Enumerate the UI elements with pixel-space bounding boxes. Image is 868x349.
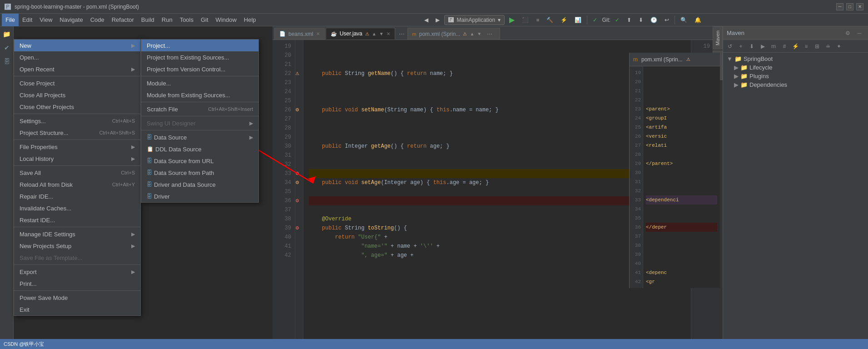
toolbar-git-check[interactable]: ✓	[590, 14, 600, 26]
menu-item-new[interactable]: New ▶	[14, 40, 140, 51]
menu-tools[interactable]: Tools	[176, 14, 197, 26]
menu-file[interactable]: File	[2, 14, 19, 26]
toolbar-git-check2[interactable]: ✓	[612, 14, 622, 26]
menu-item-settings[interactable]: Settings... Ctrl+Alt+S	[14, 115, 140, 127]
menu-item-export[interactable]: Export ▶	[14, 266, 140, 278]
tab-more-pom[interactable]: ⋯	[484, 28, 495, 40]
maven-hash-button[interactable]: #	[779, 41, 789, 51]
tab-nav-up-pom-xml[interactable]: ▲	[470, 31, 474, 36]
toolbar-history[interactable]: 🕐	[648, 14, 660, 26]
menu-item-save-all[interactable]: Save All Ctrl+S	[14, 167, 140, 179]
tab-close-beans-xml[interactable]: ✕	[316, 31, 320, 36]
menu-help[interactable]: Help	[240, 14, 260, 26]
tab-nav-down-pom-xml[interactable]: ▼	[477, 31, 481, 36]
menu-edit[interactable]: Edit	[19, 14, 36, 26]
tab-pom-xml[interactable]: m pom.xml (Sprin... ⚠ ▲ ▼ ⋯	[407, 28, 501, 40]
menu-item-print[interactable]: Print...	[14, 278, 140, 289]
maven-settings-button[interactable]: ⚙	[843, 28, 853, 38]
sidebar-db-icon[interactable]: 🗄	[1, 55, 13, 67]
tab-nav-up-user-java[interactable]: ▲	[372, 31, 377, 36]
menu-refactor[interactable]: Refactor	[108, 14, 138, 26]
new-submenu-ddl-data-source[interactable]: 📋 DDL Data Source	[141, 143, 258, 155]
toolbar-build[interactable]: 🔨	[544, 14, 556, 26]
new-submenu-module[interactable]: Module...	[141, 77, 258, 89]
new-submenu-driver-and-ds[interactable]: 🗄 Driver and Data Source	[141, 179, 258, 190]
menu-view[interactable]: View	[36, 14, 56, 26]
maven-tree-lifecycle[interactable]: ▶ 📁 Lifecycle	[732, 63, 866, 72]
menu-item-restart-ide[interactable]: Restart IDE...	[14, 214, 140, 226]
toolbar-notifications[interactable]: 🔔	[692, 14, 704, 26]
maven-run-button[interactable]: ▶	[758, 41, 768, 51]
toolbar-search2[interactable]: 🔍	[678, 14, 690, 26]
menu-item-close-all-projects[interactable]: Close All Projects	[14, 89, 140, 101]
menu-git[interactable]: Git	[197, 14, 212, 26]
menu-item-open-recent[interactable]: Open Recent ▶	[14, 63, 140, 75]
toolbar-coverage[interactable]: ⚡	[558, 14, 570, 26]
new-submenu-driver[interactable]: 🗄 Driver	[141, 190, 258, 202]
new-submenu-data-source[interactable]: 🗄 Data Source ▶	[141, 131, 258, 143]
toolbar-profile[interactable]: 📊	[572, 14, 584, 26]
maven-refresh-button[interactable]: ↺	[725, 41, 735, 51]
sidebar-commit-icon[interactable]: ✔	[1, 42, 13, 54]
tab-nav-down-user-java[interactable]: ▼	[379, 31, 384, 36]
menu-window[interactable]: Window	[212, 14, 240, 26]
maven-sort-button[interactable]: ≐	[823, 41, 833, 51]
tab-user-java[interactable]: ☕ User.java ⚠ ▲ ▼ ✕	[326, 28, 395, 40]
new-submenu-module-from-sources[interactable]: Module from Existing Sources...	[141, 89, 258, 101]
menu-code[interactable]: Code	[87, 14, 108, 26]
new-submenu-project-from-sources[interactable]: Project from Existing Sources...	[141, 51, 258, 63]
menu-item-repair-ide[interactable]: Repair IDE...	[14, 190, 140, 202]
pom-xml-content[interactable]: <parent> <groupI <artifa <versic <relati…	[643, 66, 720, 288]
maven-add-button[interactable]: +	[736, 41, 746, 51]
menu-item-exit[interactable]: Exit	[14, 304, 140, 315]
new-submenu-scratch[interactable]: Scratch File Ctrl+Alt+Shift+Insert	[141, 103, 258, 115]
sidebar-project-icon[interactable]: 📁	[1, 28, 13, 40]
tab-beans-xml[interactable]: 📄 beans.xml ✕	[274, 28, 325, 40]
maximize-button[interactable]: □	[846, 3, 853, 10]
maven-more-button[interactable]: ✦	[834, 41, 844, 51]
menu-build[interactable]: Build	[138, 14, 158, 26]
menu-item-local-history[interactable]: Local History ▶	[14, 153, 140, 165]
toolbar-run[interactable]: ▶	[506, 14, 517, 26]
menu-item-power-save[interactable]: Power Save Mode	[14, 292, 140, 304]
toolbar-stop[interactable]: ■	[533, 14, 542, 26]
maven-align-button[interactable]: ≡	[801, 41, 811, 51]
tab-more-menu[interactable]: ⋯	[396, 28, 407, 40]
maven-tree-root[interactable]: ▼ 📁 SpringBoot	[725, 55, 866, 63]
menu-item-project-structure[interactable]: Project Structure... Ctrl+Alt+Shift+S	[14, 127, 140, 139]
toolbar-forward[interactable]: ▶	[433, 14, 442, 26]
new-submenu-ds-from-path[interactable]: 🗄 Data Source from Path	[141, 167, 258, 179]
menu-run[interactable]: Run	[158, 14, 176, 26]
new-submenu-ds-from-url[interactable]: 🗄 Data Source from URL	[141, 155, 258, 167]
menu-item-invalidate-caches[interactable]: Invalidate Caches...	[14, 202, 140, 214]
maven-side-tab[interactable]: Maven	[713, 26, 723, 50]
toolbar-debug[interactable]: ⬛	[519, 14, 531, 26]
tab-close-user-java[interactable]: ✕	[387, 31, 390, 36]
maven-cols-button[interactable]: ⊞	[812, 41, 822, 51]
line-num-20: 20	[276, 51, 291, 60]
minimize-button[interactable]: ─	[836, 3, 843, 10]
menu-item-open[interactable]: Open...	[14, 51, 140, 63]
menu-item-file-properties[interactable]: File Properties ▶	[14, 141, 140, 153]
run-config-selector[interactable]: 🅿 MainApplication ▾	[444, 15, 505, 25]
menu-item-reload[interactable]: Reload All from Disk Ctrl+Alt+Y	[14, 179, 140, 190]
menu-item-file-properties-label: File Properties	[20, 144, 58, 150]
maven-close-button[interactable]: ─	[854, 28, 864, 38]
menu-item-close-other-projects[interactable]: Close Other Projects	[14, 101, 140, 113]
menu-item-new-projects-setup[interactable]: New Projects Setup ▶	[14, 240, 140, 252]
maven-download-button[interactable]: ⬇	[747, 41, 757, 51]
maven-tree-dependencies[interactable]: ▶ 📁 Dependencies	[732, 80, 866, 89]
close-button[interactable]: ✕	[856, 3, 863, 10]
menu-navigate[interactable]: Navigate	[56, 14, 86, 26]
maven-tree-plugins[interactable]: ▶ 📁 Plugins	[732, 72, 866, 80]
toolbar-git-push[interactable]: ⬆	[624, 14, 634, 26]
maven-thunder-button[interactable]: ⚡	[790, 41, 800, 51]
new-submenu-project[interactable]: Project...	[141, 40, 258, 51]
menu-item-close-project[interactable]: Close Project	[14, 77, 140, 89]
toolbar-back[interactable]: ◀	[422, 14, 431, 26]
toolbar-git-pull[interactable]: ⬇	[636, 14, 646, 26]
new-submenu-project-from-vcs[interactable]: Project from Version Control...	[141, 63, 258, 75]
menu-item-manage-ide[interactable]: Manage IDE Settings ▶	[14, 228, 140, 240]
toolbar-revert[interactable]: ↩	[662, 14, 672, 26]
maven-run2-button[interactable]: m	[769, 41, 779, 51]
